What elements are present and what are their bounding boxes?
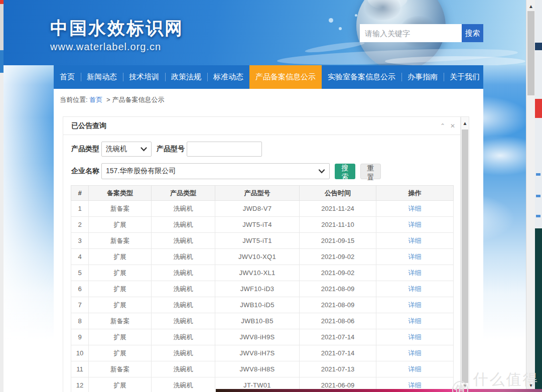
filter-search-button[interactable]: 搜索 — [335, 164, 355, 179]
cell-product_type: 洗碗机 — [152, 281, 215, 297]
cell-product_type: 洗碗机 — [152, 297, 215, 313]
cell-date: 2021-09-15 — [300, 233, 376, 249]
right-edge-teal-fragment — [535, 228, 542, 392]
detail-link[interactable]: 详细 — [409, 285, 422, 293]
cell-num: 7 — [71, 297, 89, 313]
product-type-select[interactable]: 洗碗机 — [101, 142, 152, 157]
cell-product_type: 洗碗机 — [152, 249, 215, 265]
panel-scrollbar[interactable]: ▲ ▼ — [461, 116, 469, 392]
cell-action: 详细 — [376, 345, 454, 361]
column-header: 产品类型 — [152, 186, 215, 201]
chevron-down-icon — [318, 169, 325, 174]
table-row: 11新备案洗碗机JWV8-iH8S2021-07-13详细 — [71, 361, 454, 377]
cell-model: JWT5-iT1 — [215, 233, 300, 249]
product-model-input[interactable] — [187, 142, 262, 157]
cell-date: 2021-11-24 — [300, 201, 376, 217]
right-edge-navy-fragment — [535, 43, 542, 50]
cell-filing_type: 扩展 — [89, 345, 152, 361]
table-row: 4扩展洗碗机JWV10-XQ12021-09-02详细 — [71, 249, 454, 265]
nav-item-3[interactable]: 技术培训 — [123, 65, 165, 89]
page: 中国水效标识网 www.waterlabel.org.cn 搜索 首页新闻动态技… — [4, 0, 526, 392]
left-edge-red-fragment — [0, 0, 4, 4]
cell-model: JWD8-V7 — [215, 201, 300, 217]
scroll-up-icon[interactable]: ▲ — [526, 1, 535, 11]
cell-action: 详细 — [376, 281, 454, 297]
detail-link[interactable]: 详细 — [409, 253, 422, 260]
nav-item-9[interactable]: 关于我们 — [444, 65, 486, 89]
cell-action: 详细 — [376, 217, 454, 233]
browser-scrollbar[interactable]: ▲ ▾ — [526, 0, 535, 392]
cell-action: 详细 — [376, 313, 454, 329]
company-select[interactable]: 157.华帝股份有限公司 — [101, 163, 330, 179]
cell-num: 9 — [71, 329, 89, 345]
detail-link[interactable]: 详细 — [409, 221, 422, 228]
cell-product_type: 洗碗机 — [152, 345, 215, 361]
table-row: 7扩展洗碗机JWB10-iD52021-08-09详细 — [71, 297, 454, 313]
cell-action: 详细 — [376, 265, 454, 281]
scroll-up-icon[interactable]: ▲ — [461, 118, 469, 128]
nav-item-4[interactable]: 政策法规 — [165, 65, 207, 89]
browser-scrollbar-thumb[interactable] — [527, 11, 534, 95]
collapse-icon[interactable]: ⌃ — [440, 123, 445, 129]
cell-action: 详细 — [376, 201, 454, 217]
water-droplet — [329, 18, 333, 23]
cell-date: 2021-07-13 — [300, 361, 376, 377]
left-edge-gray-fragment — [0, 4, 4, 50]
company-value: 157.华帝股份有限公司 — [106, 167, 176, 176]
header-search-button[interactable]: 搜索 — [462, 24, 483, 42]
cell-product_type: 洗碗机 — [152, 329, 215, 345]
detail-link[interactable]: 详细 — [409, 349, 422, 357]
header-search: 搜索 — [360, 24, 483, 42]
nav-item-2[interactable]: 新闻动态 — [81, 65, 123, 89]
nav-item-8[interactable]: 办事指南 — [401, 65, 444, 89]
detail-link[interactable]: 详细 — [409, 237, 422, 244]
filter-reset-button[interactable]: 重置 — [360, 164, 381, 179]
cell-filing_type: 扩展 — [89, 297, 152, 313]
column-header: 公告时间 — [300, 186, 376, 201]
site-url: www.waterlabel.org.cn — [50, 41, 184, 53]
nav-item-5[interactable]: 标准动态 — [207, 65, 249, 89]
detail-link[interactable]: 详细 — [409, 205, 422, 212]
detail-link[interactable]: 详细 — [409, 317, 422, 325]
nav-item-6[interactable]: 产品备案信息公示 — [249, 65, 322, 89]
nav-item-7[interactable]: 实验室备案信息公示 — [322, 65, 401, 89]
detail-link[interactable]: 详细 — [409, 301, 422, 309]
table-row: 1新备案洗碗机JWD8-V72021-11-24详细 — [71, 201, 454, 217]
column-header: 备案类型 — [89, 186, 152, 201]
cell-action: 详细 — [376, 361, 454, 377]
product-type-value: 洗碗机 — [106, 145, 127, 154]
detail-link[interactable]: 详细 — [409, 365, 422, 373]
cell-date: 2021-07-14 — [300, 345, 376, 361]
watermark-badge: 值 — [452, 381, 468, 392]
detail-link[interactable]: 详细 — [409, 269, 422, 277]
cell-num: 4 — [71, 249, 89, 265]
right-edge-blue-fragment — [536, 195, 540, 197]
site-logo[interactable]: 中国水效标识网 www.waterlabel.org.cn — [50, 17, 184, 53]
cell-num: 10 — [71, 345, 89, 361]
breadcrumb: 当前位置: 首页 >产品备案信息公示 — [54, 89, 483, 104]
left-edge-blue-fragment — [0, 50, 4, 73]
table-row: 2扩展洗碗机JWT5-iT42021-11-10详细 — [71, 217, 454, 233]
table-row: 8新备案洗碗机JWB10-B52021-08-06详细 — [71, 313, 454, 329]
cell-filing_type: 新备案 — [89, 361, 152, 377]
breadcrumb-home-link[interactable]: 首页 — [89, 96, 102, 103]
cell-product_type: 洗碗机 — [152, 201, 215, 217]
main-nav: 首页新闻动态技术培训政策法规标准动态产品备案信息公示实验室备案信息公示办事指南关… — [54, 65, 483, 89]
panel-scrollbar-thumb[interactable] — [462, 129, 468, 383]
cell-filing_type: 新备案 — [89, 313, 152, 329]
close-icon[interactable]: ✕ — [450, 123, 455, 129]
table-row: 10扩展洗碗机JWV8-iH7S2021-07-14详细 — [71, 345, 454, 361]
cell-model: JWF10-iD3 — [215, 281, 300, 297]
nav-item-1[interactable]: 首页 — [54, 65, 81, 89]
cell-filing_type: 新备案 — [89, 201, 152, 217]
detail-link[interactable]: 详细 — [409, 381, 422, 389]
header-search-input[interactable] — [360, 24, 462, 42]
cell-model: JWV8-iH9S — [215, 329, 300, 345]
table-row: 9扩展洗碗机JWV8-iH9S2021-07-14详细 — [71, 329, 454, 345]
detail-link[interactable]: 详细 — [409, 333, 422, 341]
water-splash — [385, 56, 525, 65]
results-table: #备案类型产品类型产品型号公告时间操作 1新备案洗碗机JWD8-V72021-1… — [71, 185, 454, 392]
panel-title: 已公告查询 — [71, 121, 106, 130]
column-header: 产品型号 — [215, 186, 300, 201]
filter-row-1: 产品类型 洗碗机 产品型号 — [71, 142, 460, 157]
